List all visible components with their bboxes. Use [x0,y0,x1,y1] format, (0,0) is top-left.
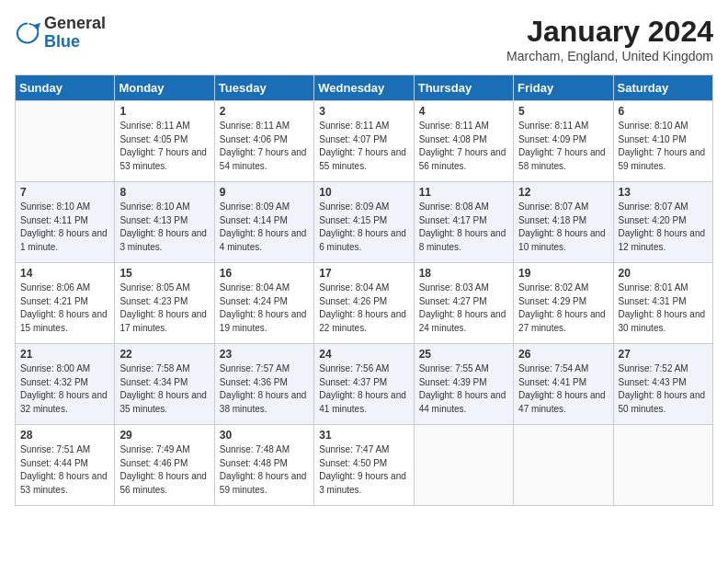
day-number: 30 [220,429,309,442]
calendar-cell: 4Sunrise: 8:11 AMSunset: 4:08 PMDaylight… [414,101,513,182]
calendar-cell: 28Sunrise: 7:51 AMSunset: 4:44 PMDayligh… [16,425,115,506]
cell-info: Sunrise: 8:09 AMSunset: 4:14 PMDaylight:… [220,201,309,254]
day-number: 3 [319,105,408,118]
calendar-row-3: 14Sunrise: 8:06 AMSunset: 4:21 PMDayligh… [16,263,713,344]
day-number: 23 [220,348,309,361]
cell-info: Sunrise: 8:11 AMSunset: 4:07 PMDaylight:… [319,120,408,173]
column-header-saturday: Saturday [613,75,712,101]
calendar-cell: 1Sunrise: 8:11 AMSunset: 4:05 PMDaylight… [115,101,214,182]
cell-info: Sunrise: 8:11 AMSunset: 4:09 PMDaylight:… [518,120,608,173]
location: Marcham, England, United Kingdom [506,49,713,63]
logo: General Blue [15,15,106,52]
cell-info: Sunrise: 8:11 AMSunset: 4:08 PMDaylight:… [419,120,508,173]
calendar-row-4: 21Sunrise: 8:00 AMSunset: 4:32 PMDayligh… [16,344,713,425]
cell-info: Sunrise: 7:58 AMSunset: 4:34 PMDaylight:… [119,362,209,416]
column-header-monday: Monday [115,75,214,101]
month-title: January 2024 [506,15,713,49]
cell-info: Sunrise: 7:51 AMSunset: 4:44 PMDaylight:… [20,443,109,497]
calendar-cell: 9Sunrise: 8:09 AMSunset: 4:14 PMDaylight… [214,182,313,263]
calendar-cell: 26Sunrise: 7:54 AMSunset: 4:41 PMDayligh… [514,344,613,425]
calendar-row-5: 28Sunrise: 7:51 AMSunset: 4:44 PMDayligh… [16,425,713,506]
calendar-cell: 22Sunrise: 7:58 AMSunset: 4:34 PMDayligh… [115,344,214,425]
calendar-cell: 10Sunrise: 8:09 AMSunset: 4:15 PMDayligh… [314,182,414,263]
day-number: 5 [518,105,608,118]
column-header-tuesday: Tuesday [214,75,313,101]
day-number: 17 [319,267,408,280]
day-number: 4 [419,105,508,118]
calendar-header-row: SundayMondayTuesdayWednesdayThursdayFrid… [16,75,713,101]
calendar-cell: 8Sunrise: 8:10 AMSunset: 4:13 PMDaylight… [115,182,214,263]
calendar-cell [16,101,115,182]
calendar-row-2: 7Sunrise: 8:10 AMSunset: 4:11 PMDaylight… [16,182,713,263]
day-number: 13 [619,186,708,199]
column-header-sunday: Sunday [16,75,115,101]
title-area: January 2024 Marcham, England, United Ki… [506,15,713,63]
calendar-cell: 3Sunrise: 8:11 AMSunset: 4:07 PMDaylight… [314,101,414,182]
day-number: 20 [619,267,708,280]
calendar-cell: 17Sunrise: 8:04 AMSunset: 4:26 PMDayligh… [314,263,414,344]
calendar-cell: 24Sunrise: 7:56 AMSunset: 4:37 PMDayligh… [314,344,414,425]
calendar-cell: 29Sunrise: 7:49 AMSunset: 4:46 PMDayligh… [115,425,214,506]
cell-info: Sunrise: 8:04 AMSunset: 4:26 PMDaylight:… [319,282,408,335]
day-number: 9 [220,186,309,199]
calendar-cell: 25Sunrise: 7:55 AMSunset: 4:39 PMDayligh… [414,344,513,425]
cell-info: Sunrise: 8:03 AMSunset: 4:27 PMDaylight:… [419,282,508,335]
calendar-row-1: 1Sunrise: 8:11 AMSunset: 4:05 PMDaylight… [16,101,713,182]
cell-info: Sunrise: 7:52 AMSunset: 4:43 PMDaylight:… [619,362,708,416]
day-number: 18 [419,267,508,280]
day-number: 2 [220,105,309,118]
calendar-cell: 7Sunrise: 8:10 AMSunset: 4:11 PMDaylight… [16,182,115,263]
cell-info: Sunrise: 8:07 AMSunset: 4:18 PMDaylight:… [518,201,608,254]
day-number: 6 [619,105,708,118]
cell-info: Sunrise: 7:49 AMSunset: 4:46 PMDaylight:… [119,443,209,497]
cell-info: Sunrise: 8:01 AMSunset: 4:31 PMDaylight:… [619,282,708,335]
cell-info: Sunrise: 7:47 AMSunset: 4:50 PMDaylight:… [319,443,408,497]
day-number: 12 [518,186,608,199]
cell-info: Sunrise: 8:08 AMSunset: 4:17 PMDaylight:… [419,201,508,254]
day-number: 24 [319,348,408,361]
day-number: 22 [119,348,209,361]
day-number: 28 [20,429,109,442]
column-header-wednesday: Wednesday [314,75,414,101]
calendar-cell [613,425,712,506]
calendar-cell: 13Sunrise: 8:07 AMSunset: 4:20 PMDayligh… [613,182,712,263]
day-number: 15 [119,267,209,280]
day-number: 25 [419,348,508,361]
cell-info: Sunrise: 8:05 AMSunset: 4:23 PMDaylight:… [119,282,209,335]
cell-info: Sunrise: 8:10 AMSunset: 4:10 PMDaylight:… [619,120,708,173]
calendar-table: SundayMondayTuesdayWednesdayThursdayFrid… [15,75,713,506]
calendar-cell: 31Sunrise: 7:47 AMSunset: 4:50 PMDayligh… [314,425,414,506]
calendar-cell: 15Sunrise: 8:05 AMSunset: 4:23 PMDayligh… [115,263,214,344]
column-header-friday: Friday [514,75,613,101]
day-number: 21 [20,348,109,361]
day-number: 14 [20,267,109,280]
svg-marker-0 [33,23,40,30]
column-header-thursday: Thursday [414,75,513,101]
cell-info: Sunrise: 8:10 AMSunset: 4:13 PMDaylight:… [119,201,209,254]
calendar-cell: 21Sunrise: 8:00 AMSunset: 4:32 PMDayligh… [16,344,115,425]
cell-info: Sunrise: 8:07 AMSunset: 4:20 PMDaylight:… [619,201,708,254]
day-number: 31 [319,429,408,442]
logo-icon [15,20,40,46]
day-number: 10 [319,186,408,199]
calendar-cell: 18Sunrise: 8:03 AMSunset: 4:27 PMDayligh… [414,263,513,344]
cell-info: Sunrise: 8:02 AMSunset: 4:29 PMDaylight:… [518,282,608,335]
calendar-cell: 23Sunrise: 7:57 AMSunset: 4:36 PMDayligh… [214,344,313,425]
cell-info: Sunrise: 8:06 AMSunset: 4:21 PMDaylight:… [20,282,109,335]
calendar-cell: 2Sunrise: 8:11 AMSunset: 4:06 PMDaylight… [214,101,313,182]
logo-text: General Blue [44,15,106,52]
day-number: 26 [518,348,608,361]
cell-info: Sunrise: 8:04 AMSunset: 4:24 PMDaylight:… [220,282,309,335]
day-number: 29 [119,429,209,442]
calendar-cell [514,425,613,506]
cell-info: Sunrise: 7:55 AMSunset: 4:39 PMDaylight:… [419,362,508,416]
day-number: 1 [119,105,209,118]
day-number: 16 [220,267,309,280]
calendar-cell: 14Sunrise: 8:06 AMSunset: 4:21 PMDayligh… [16,263,115,344]
calendar-cell: 11Sunrise: 8:08 AMSunset: 4:17 PMDayligh… [414,182,513,263]
calendar-cell: 12Sunrise: 8:07 AMSunset: 4:18 PMDayligh… [514,182,613,263]
calendar-cell: 30Sunrise: 7:48 AMSunset: 4:48 PMDayligh… [214,425,313,506]
cell-info: Sunrise: 7:54 AMSunset: 4:41 PMDaylight:… [518,362,608,416]
cell-info: Sunrise: 8:00 AMSunset: 4:32 PMDaylight:… [20,362,109,416]
day-number: 27 [619,348,708,361]
